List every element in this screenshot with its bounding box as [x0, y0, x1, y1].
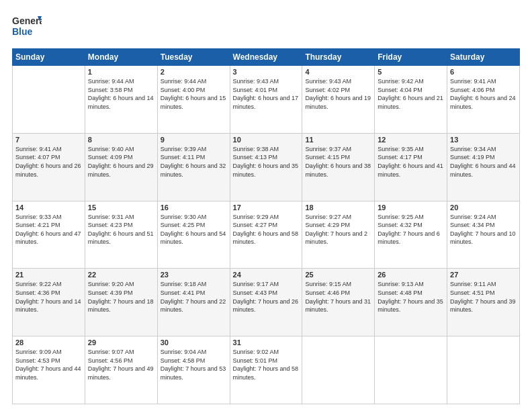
day-number: 10	[233, 136, 300, 144]
calendar-day-header: Monday	[85, 49, 157, 66]
cell-info: Sunrise: 9:35 AMSunset: 4:17 PMDaylight:…	[378, 146, 443, 178]
cell-info: Sunrise: 9:02 AMSunset: 5:01 PMDaylight:…	[233, 349, 299, 381]
calendar-cell	[447, 336, 520, 404]
day-number: 2	[161, 68, 227, 76]
header: General Blue	[12, 12, 520, 42]
logo-svg: General Blue	[12, 12, 42, 42]
day-number: 12	[378, 136, 444, 144]
calendar-cell: 27 Sunrise: 9:11 AMSunset: 4:51 PMDaylig…	[447, 269, 520, 336]
calendar-week-row: 21 Sunrise: 9:22 AMSunset: 4:36 PMDaylig…	[13, 269, 520, 336]
day-number: 21	[15, 271, 82, 279]
day-number: 28	[15, 338, 82, 347]
calendar-cell: 8 Sunrise: 9:40 AMSunset: 4:09 PMDayligh…	[85, 133, 157, 201]
cell-info: Sunrise: 9:22 AMSunset: 4:36 PMDaylight:…	[15, 281, 81, 313]
calendar-cell: 20 Sunrise: 9:24 AMSunset: 4:34 PMDaylig…	[447, 201, 520, 269]
day-number: 11	[305, 136, 371, 144]
day-number: 22	[88, 271, 154, 279]
calendar-cell: 25 Sunrise: 9:15 AMSunset: 4:46 PMDaylig…	[302, 269, 375, 336]
calendar-cell: 3 Sunrise: 9:43 AMSunset: 4:01 PMDayligh…	[230, 66, 302, 134]
calendar-cell	[13, 66, 85, 134]
calendar-week-row: 1 Sunrise: 9:44 AMSunset: 3:58 PMDayligh…	[13, 66, 520, 134]
day-number: 20	[450, 203, 517, 212]
calendar-week-row: 14 Sunrise: 9:33 AMSunset: 4:21 PMDaylig…	[13, 201, 520, 269]
calendar-cell: 26 Sunrise: 9:13 AMSunset: 4:48 PMDaylig…	[375, 269, 447, 336]
calendar-cell	[302, 336, 375, 404]
day-number: 7	[15, 136, 82, 144]
svg-text:Blue: Blue	[12, 26, 33, 37]
cell-info: Sunrise: 9:44 AMSunset: 4:00 PMDaylight:…	[161, 78, 226, 110]
cell-info: Sunrise: 9:40 AMSunset: 4:09 PMDaylight:…	[88, 146, 154, 178]
calendar-cell: 22 Sunrise: 9:20 AMSunset: 4:39 PMDaylig…	[85, 269, 157, 336]
calendar-cell: 4 Sunrise: 9:43 AMSunset: 4:02 PMDayligh…	[302, 66, 375, 134]
calendar-cell: 9 Sunrise: 9:39 AMSunset: 4:11 PMDayligh…	[157, 133, 230, 201]
day-number: 16	[161, 203, 227, 212]
calendar-week-row: 28 Sunrise: 9:09 AMSunset: 4:53 PMDaylig…	[13, 336, 520, 404]
cell-info: Sunrise: 9:41 AMSunset: 4:07 PMDaylight:…	[15, 146, 81, 178]
cell-info: Sunrise: 9:43 AMSunset: 4:02 PMDaylight:…	[305, 78, 371, 110]
day-number: 27	[450, 271, 517, 279]
calendar-cell: 24 Sunrise: 9:17 AMSunset: 4:43 PMDaylig…	[230, 269, 302, 336]
cell-info: Sunrise: 9:11 AMSunset: 4:51 PMDaylight:…	[450, 281, 516, 313]
cell-info: Sunrise: 9:44 AMSunset: 3:58 PMDaylight:…	[88, 78, 154, 110]
day-number: 19	[378, 203, 444, 212]
day-number: 25	[305, 271, 371, 279]
calendar-cell	[375, 336, 447, 404]
calendar-cell: 1 Sunrise: 9:44 AMSunset: 3:58 PMDayligh…	[85, 66, 157, 134]
calendar-day-header: Sunday	[13, 49, 85, 66]
calendar-cell: 31 Sunrise: 9:02 AMSunset: 5:01 PMDaylig…	[230, 336, 302, 404]
day-number: 5	[378, 68, 444, 76]
page: General Blue SundayMondayTuesdayWednesda…	[0, 0, 532, 411]
day-number: 1	[88, 68, 154, 76]
day-number: 23	[161, 271, 227, 279]
cell-info: Sunrise: 9:24 AMSunset: 4:34 PMDaylight:…	[450, 214, 516, 246]
cell-info: Sunrise: 9:20 AMSunset: 4:39 PMDaylight:…	[88, 281, 154, 313]
calendar-cell: 28 Sunrise: 9:09 AMSunset: 4:53 PMDaylig…	[13, 336, 85, 404]
calendar-cell: 6 Sunrise: 9:41 AMSunset: 4:06 PMDayligh…	[447, 66, 520, 134]
day-number: 15	[88, 203, 154, 212]
cell-info: Sunrise: 9:38 AMSunset: 4:13 PMDaylight:…	[233, 146, 299, 178]
calendar-cell: 14 Sunrise: 9:33 AMSunset: 4:21 PMDaylig…	[13, 201, 85, 269]
cell-info: Sunrise: 9:15 AMSunset: 4:46 PMDaylight:…	[305, 281, 371, 313]
cell-info: Sunrise: 9:27 AMSunset: 4:29 PMDaylight:…	[305, 214, 367, 246]
calendar-cell: 21 Sunrise: 9:22 AMSunset: 4:36 PMDaylig…	[13, 269, 85, 336]
cell-info: Sunrise: 9:31 AMSunset: 4:23 PMDaylight:…	[88, 214, 154, 246]
calendar-cell: 19 Sunrise: 9:25 AMSunset: 4:32 PMDaylig…	[375, 201, 447, 269]
day-number: 18	[305, 203, 371, 212]
cell-info: Sunrise: 9:29 AMSunset: 4:27 PMDaylight:…	[233, 214, 299, 246]
day-number: 6	[450, 68, 517, 76]
calendar-cell: 2 Sunrise: 9:44 AMSunset: 4:00 PMDayligh…	[157, 66, 230, 134]
day-number: 8	[88, 136, 154, 144]
cell-info: Sunrise: 9:13 AMSunset: 4:48 PMDaylight:…	[378, 281, 443, 313]
calendar-day-header: Friday	[375, 49, 447, 66]
calendar-cell: 29 Sunrise: 9:07 AMSunset: 4:56 PMDaylig…	[85, 336, 157, 404]
calendar-cell: 15 Sunrise: 9:31 AMSunset: 4:23 PMDaylig…	[85, 201, 157, 269]
day-number: 26	[378, 271, 444, 279]
cell-info: Sunrise: 9:25 AMSunset: 4:32 PMDaylight:…	[378, 214, 440, 246]
logo: General Blue	[12, 12, 42, 42]
day-number: 9	[161, 136, 227, 144]
calendar-day-header: Saturday	[447, 49, 520, 66]
calendar-table: SundayMondayTuesdayWednesdayThursdayFrid…	[12, 48, 520, 404]
cell-info: Sunrise: 9:18 AMSunset: 4:41 PMDaylight:…	[161, 281, 226, 313]
day-number: 30	[161, 338, 227, 347]
svg-text:General: General	[12, 15, 42, 26]
calendar-cell: 13 Sunrise: 9:34 AMSunset: 4:19 PMDaylig…	[447, 133, 520, 201]
cell-info: Sunrise: 9:43 AMSunset: 4:01 PMDaylight:…	[233, 78, 299, 110]
calendar-header-row: SundayMondayTuesdayWednesdayThursdayFrid…	[13, 49, 520, 66]
day-number: 17	[233, 203, 300, 212]
day-number: 3	[233, 68, 300, 76]
calendar-day-header: Thursday	[302, 49, 375, 66]
cell-info: Sunrise: 9:09 AMSunset: 4:53 PMDaylight:…	[15, 349, 81, 381]
calendar-cell: 16 Sunrise: 9:30 AMSunset: 4:25 PMDaylig…	[157, 201, 230, 269]
cell-info: Sunrise: 9:42 AMSunset: 4:04 PMDaylight:…	[378, 78, 443, 110]
cell-info: Sunrise: 9:17 AMSunset: 4:43 PMDaylight:…	[233, 281, 299, 313]
cell-info: Sunrise: 9:33 AMSunset: 4:21 PMDaylight:…	[15, 214, 81, 246]
day-number: 4	[305, 68, 371, 76]
calendar-cell: 23 Sunrise: 9:18 AMSunset: 4:41 PMDaylig…	[157, 269, 230, 336]
calendar-cell: 7 Sunrise: 9:41 AMSunset: 4:07 PMDayligh…	[13, 133, 85, 201]
day-number: 31	[233, 338, 300, 347]
cell-info: Sunrise: 9:04 AMSunset: 4:58 PMDaylight:…	[161, 349, 226, 381]
calendar-cell: 12 Sunrise: 9:35 AMSunset: 4:17 PMDaylig…	[375, 133, 447, 201]
calendar-cell: 30 Sunrise: 9:04 AMSunset: 4:58 PMDaylig…	[157, 336, 230, 404]
cell-info: Sunrise: 9:30 AMSunset: 4:25 PMDaylight:…	[161, 214, 226, 246]
